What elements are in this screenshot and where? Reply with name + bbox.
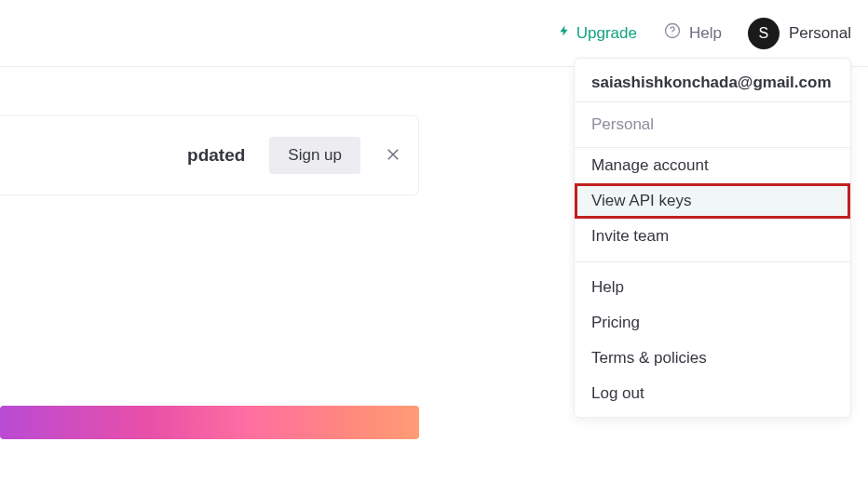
close-icon — [385, 146, 401, 166]
dropdown-email: saiashishkonchada@gmail.com — [575, 59, 850, 102]
account-label: Personal — [789, 24, 851, 43]
lightning-icon — [558, 22, 571, 44]
dropdown-group-account: Manage accountView API keysInvite team — [575, 148, 850, 254]
help-label: Help — [689, 24, 722, 43]
close-button[interactable] — [385, 146, 401, 166]
dropdown-item-invite-team[interactable]: Invite team — [575, 219, 850, 254]
dropdown-org[interactable]: Personal — [575, 102, 850, 148]
notice-banner: pdated Sign up — [0, 115, 419, 195]
help-button[interactable]: Help — [663, 21, 722, 45]
notice-text: pdated — [0, 145, 245, 166]
dropdown-item-help[interactable]: Help — [575, 270, 850, 305]
dropdown-item-terms-policies[interactable]: Terms & policies — [575, 341, 850, 376]
dropdown-group-misc: HelpPricingTerms & policiesLog out — [575, 270, 850, 411]
account-menu-button[interactable]: S Personal — [748, 18, 851, 49]
question-circle-icon — [663, 21, 682, 45]
dropdown-item-manage-account[interactable]: Manage account — [575, 148, 850, 183]
upgrade-button[interactable]: Upgrade — [558, 22, 637, 44]
dropdown-separator — [575, 261, 850, 262]
gradient-bar — [0, 406, 419, 439]
account-dropdown: saiashishkonchada@gmail.com Personal Man… — [574, 58, 851, 418]
dropdown-item-log-out[interactable]: Log out — [575, 376, 850, 411]
signup-button[interactable]: Sign up — [269, 137, 360, 174]
svg-point-1 — [671, 34, 672, 35]
upgrade-label: Upgrade — [576, 24, 637, 43]
dropdown-item-view-api-keys[interactable]: View API keys — [575, 183, 850, 219]
avatar-letter: S — [759, 25, 769, 42]
dropdown-item-pricing[interactable]: Pricing — [575, 305, 850, 341]
avatar: S — [748, 18, 780, 49]
